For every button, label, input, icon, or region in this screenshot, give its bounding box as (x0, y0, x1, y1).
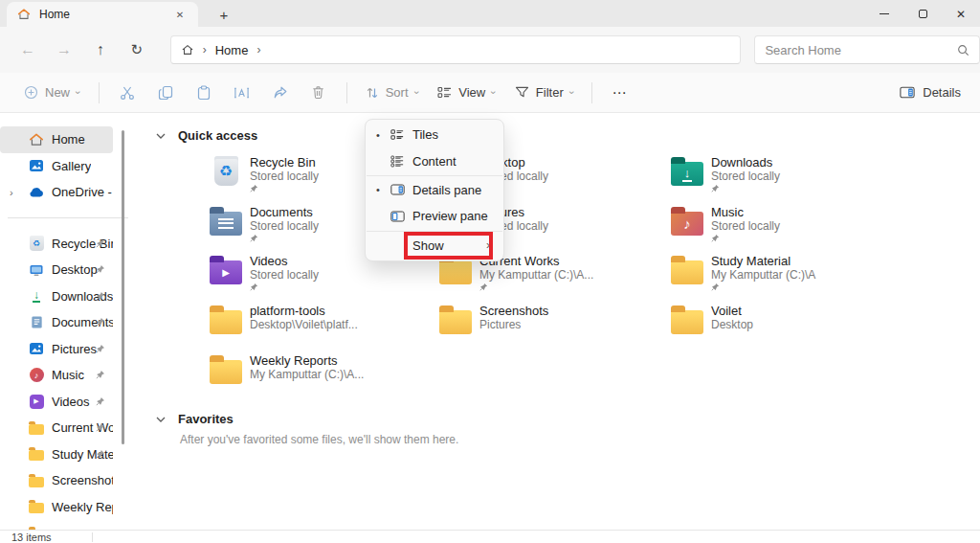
tab-home[interactable]: Home (7, 2, 198, 27)
tile-downloads[interactable]: Downloads Stored locally (670, 155, 900, 205)
new-tab-button[interactable] (212, 4, 235, 25)
more-options-button[interactable]: ⋯ (602, 80, 636, 105)
file-explorer-window: Home Home (0, 0, 980, 543)
tile-platform-tools[interactable]: platform-tools Desktop\Voilet\platf... (209, 304, 438, 353)
forward-button[interactable] (48, 34, 80, 65)
sort-button[interactable]: Sort (357, 79, 428, 105)
documents-icon (29, 315, 44, 330)
tile-current-works[interactable]: Current Works My Kamputtar (C:)\A... (438, 254, 668, 304)
paste-button[interactable] (186, 79, 222, 107)
pin-icon (96, 344, 105, 353)
view-button[interactable]: View (429, 79, 504, 105)
sort-icon (366, 86, 379, 100)
filter-button[interactable]: Filter (506, 79, 583, 105)
paste-icon (196, 85, 212, 101)
view-icon (437, 86, 452, 99)
pin-icon (96, 422, 105, 432)
chevron-down-icon (488, 91, 499, 95)
sidebar-item-onedrive[interactable]: OneDrive - Pers (0, 179, 113, 206)
music-icon (29, 368, 44, 383)
share-button[interactable] (262, 79, 299, 107)
filter-icon (515, 86, 529, 99)
maximize-button[interactable] (903, 0, 942, 27)
tile-music[interactable]: Music Stored locally (670, 205, 900, 255)
tab-title: Home (39, 8, 164, 21)
share-icon (273, 85, 288, 101)
sort-button-label: Sort (386, 85, 409, 100)
collapse-chevron-icon[interactable] (156, 417, 166, 422)
delete-button[interactable] (301, 79, 337, 107)
sidebar-item-desktop[interactable]: Desktop (0, 257, 113, 283)
address-bar[interactable]: Home (170, 35, 742, 64)
menu-item-preview-pane[interactable]: Preview pane (366, 203, 503, 229)
sidebar-scrollbar[interactable] (122, 130, 124, 444)
refresh-button[interactable] (121, 34, 153, 65)
pin-icon (711, 283, 815, 292)
details-toggle-button[interactable]: Details (896, 79, 965, 105)
sidebar-item-study-material[interactable]: Study Materi (0, 441, 113, 468)
menu-item-content[interactable]: Content (366, 147, 503, 173)
folder-icon (670, 254, 704, 284)
quick-access-header[interactable]: Quick access (156, 128, 257, 143)
breadcrumb-home-icon[interactable] (181, 43, 194, 57)
close-button[interactable] (942, 0, 980, 27)
tile-screenshots[interactable]: Screenshots Pictures (438, 304, 668, 353)
chevron-down-icon (567, 91, 577, 95)
new-button-label: New (45, 85, 70, 100)
new-button[interactable]: New (15, 79, 89, 105)
search-input[interactable] (765, 43, 957, 57)
quick-access-title: Quick access (178, 128, 257, 143)
sidebar-item-music[interactable]: Music (0, 362, 113, 389)
sidebar-item-recycle-bin[interactable]: Recycle Bin (0, 231, 113, 258)
tab-close-icon[interactable] (171, 6, 189, 23)
tile-videos[interactable]: Videos Stored locally (209, 254, 438, 304)
search-icon[interactable] (957, 44, 969, 57)
tile-study-material[interactable]: Study Material My Kamputtar (C:)\A (670, 254, 900, 304)
folder-icon (29, 446, 44, 462)
favorites-header[interactable]: Favorites (156, 412, 234, 426)
sidebar-item-current-work[interactable]: Current Worl (0, 415, 113, 441)
sidebar-item-home[interactable]: Home (0, 126, 113, 153)
sidebar-item-gallery[interactable]: Gallery (0, 153, 113, 180)
menu-item-show[interactable]: Show (366, 233, 503, 259)
folder-icon (29, 499, 44, 514)
collapse-chevron-icon[interactable] (156, 133, 166, 139)
sidebar-item-weekly-reports[interactable]: Weekly Reports (0, 494, 113, 521)
expand-chevron-icon[interactable] (10, 187, 13, 198)
search-box (754, 35, 980, 64)
copy-button[interactable] (147, 79, 184, 107)
close-icon (956, 5, 966, 22)
recycle-bin-icon (29, 236, 44, 251)
breadcrumb-item-home[interactable]: Home (215, 43, 249, 57)
sidebar-item-videos[interactable]: Videos (0, 389, 113, 416)
documents-folder-icon (209, 205, 243, 236)
minimize-button[interactable] (865, 0, 903, 27)
videos-folder-icon (209, 254, 243, 284)
up-button[interactable] (84, 34, 117, 65)
status-bar: 13 items (0, 530, 980, 543)
pin-icon (711, 184, 780, 193)
details-pane-icon (900, 86, 915, 99)
sidebar-item-screenshots[interactable]: Screenshots (0, 467, 113, 494)
tile-voilet[interactable]: Voilet Desktop (670, 304, 900, 353)
tile-weekly-reports[interactable]: Weekly Reports My Kamputtar (C:)\A... (209, 353, 438, 403)
recycle-bin-icon (209, 155, 243, 186)
command-toolbar: New Sort View (0, 73, 980, 113)
details-pane-icon (390, 184, 412, 195)
sidebar-item-documents[interactable]: Documents (0, 309, 113, 336)
back-button[interactable] (11, 34, 44, 65)
pin-icon (96, 264, 105, 274)
folder-icon (209, 304, 243, 334)
sidebar-item-downloads[interactable]: Downloads (0, 283, 113, 310)
favorites-title: Favorites (178, 412, 234, 426)
copy-icon (158, 85, 173, 101)
view-dropdown-menu: Tiles Content Details pane Preview pane (365, 119, 504, 261)
cut-button[interactable] (109, 79, 145, 107)
menu-item-tiles[interactable]: Tiles (366, 122, 503, 147)
home-icon (29, 132, 44, 147)
sidebar-item-pictures[interactable]: Pictures (0, 336, 113, 363)
folder-icon (29, 420, 44, 436)
filter-button-label: Filter (536, 85, 564, 100)
menu-item-details-pane[interactable]: Details pane (366, 177, 503, 203)
rename-button[interactable] (224, 79, 260, 107)
